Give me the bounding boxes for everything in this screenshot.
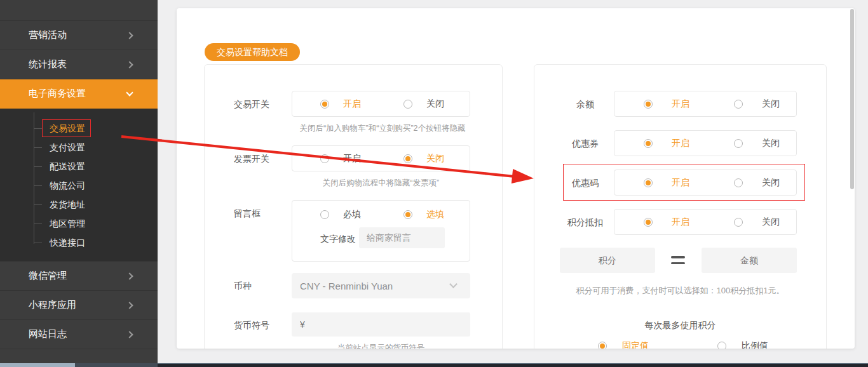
coupon-on-option[interactable]: 开启 (644, 138, 689, 149)
option-label: 开启 (343, 153, 361, 164)
sidebar-item-site-logs[interactable]: 网站日志 (0, 320, 158, 349)
message-required-option[interactable]: 必填 (320, 209, 361, 220)
max-points-title: 每次最多使用积分 (534, 320, 826, 331)
radio-on-icon[interactable] (644, 218, 653, 227)
submenu-item-payment-settings[interactable]: 支付设置 (0, 138, 158, 157)
chevron-right-icon (126, 272, 133, 279)
radio-off-icon[interactable] (734, 178, 743, 187)
currency-symbol-note: 当前站点显示的货币符号 (292, 343, 470, 349)
points-input[interactable] (560, 248, 655, 273)
points-deduct-off-option[interactable]: 关闭 (734, 217, 780, 228)
sidebar-item-marketing[interactable]: 营销活动 (0, 21, 158, 50)
message-optional-option[interactable]: 选填 (403, 209, 444, 220)
radio-on-icon[interactable] (320, 100, 329, 109)
submenu-item-shipping-address[interactable]: 发货地址 (0, 195, 158, 214)
option-label: 开启 (672, 177, 689, 189)
radio-off-icon[interactable] (734, 139, 743, 148)
radio-off-icon[interactable] (320, 210, 329, 219)
message-edit-label: 文字修改 (320, 234, 356, 245)
balance-on-option[interactable]: 开启 (644, 98, 689, 110)
option-label: 关闭 (426, 98, 444, 110)
balance-group: 开启 关闭 (614, 91, 797, 117)
sidebar-item-label: 营销活动 (29, 29, 67, 41)
points-deduct-on-option[interactable]: 开启 (644, 217, 689, 228)
invoice-switch-label: 发票开关 (234, 154, 269, 165)
promo-code-on-option[interactable]: 开启 (644, 177, 689, 189)
sidebar-item-label: 统计报表 (29, 58, 67, 70)
submenu-item-logistics-company[interactable]: 物流公司 (0, 176, 158, 195)
option-label: 关闭 (762, 177, 780, 189)
invoice-switch-off-option[interactable]: 关闭 (403, 153, 444, 164)
radio-on-icon[interactable] (403, 210, 412, 219)
equals-icon (671, 256, 685, 264)
sidebar-item-reports[interactable]: 统计报表 (0, 50, 158, 79)
balance-off-option[interactable]: 关闭 (734, 98, 780, 110)
sidebar-item-label: 微信管理 (29, 270, 67, 282)
option-label: 关闭 (426, 153, 444, 164)
currency-symbol-label: 货币符号 (234, 320, 269, 331)
trade-switch-off-option[interactable]: 关闭 (403, 98, 444, 110)
coupon-off-option[interactable]: 关闭 (734, 138, 780, 149)
sidebar-item-wechat[interactable]: 微信管理 (0, 262, 158, 291)
radio-off-icon[interactable] (734, 218, 743, 227)
chevron-right-icon (126, 302, 133, 309)
radio-on-icon[interactable] (598, 342, 607, 349)
chevron-right-icon (126, 331, 133, 338)
promo-code-off-option[interactable]: 关闭 (734, 177, 780, 189)
points-deduct-label: 积分抵扣 (547, 217, 623, 229)
taskbar-segment (0, 363, 75, 367)
currency-select[interactable]: CNY - Renminbi Yuan (292, 273, 470, 298)
option-label: 关闭 (762, 138, 780, 149)
promo-code-label: 优惠码 (547, 178, 623, 189)
radio-on-icon[interactable] (403, 154, 412, 163)
option-label: 开启 (672, 217, 689, 228)
vertical-scrollbar-thumb[interactable] (850, 9, 854, 189)
trade-switch-note: 关闭后“加入购物车”和“立刻购买”2个按钮将隐藏 (275, 123, 491, 134)
promo-code-group: 开启 关闭 (614, 170, 797, 196)
help-doc-button[interactable]: 交易设置帮助文档 (205, 43, 300, 61)
coupon-group: 开启 关闭 (614, 130, 797, 156)
option-label: 开启 (343, 98, 361, 110)
ecommerce-submenu: 交易设置 支付设置 配送设置 物流公司 发货地址 地区管理 快递接口 (0, 109, 158, 262)
submenu-item-express-api[interactable]: 快递接口 (0, 233, 158, 252)
chevron-down-icon (449, 280, 458, 288)
invoice-switch-note: 关闭后购物流程中将隐藏“发票项” (292, 178, 470, 189)
trade-switch-on-option[interactable]: 开启 (320, 98, 361, 110)
sidebar-bottom-spacer (0, 349, 158, 362)
submenu-item-region-management[interactable]: 地区管理 (0, 214, 158, 233)
trade-switch-group: 开启 关闭 (292, 91, 470, 117)
submenu-item-trade-settings[interactable]: 交易设置 (0, 119, 158, 138)
option-label: 关闭 (762, 217, 780, 228)
currency-symbol-input[interactable] (292, 312, 470, 337)
sidebar-item-label: 电子商务设置 (29, 88, 86, 100)
promo-settings-card: 余额 开启 关闭 优惠券 开启 关闭 优惠码 (534, 64, 827, 349)
radio-on-icon[interactable] (644, 100, 653, 109)
sidebar: 营销活动 统计报表 电子商务设置 交易设置 支付设置 配送设置 物流公司 发货地… (0, 0, 158, 363)
ratio-value-option[interactable]: 比例值 (717, 340, 768, 349)
taskbar-segment (75, 363, 158, 367)
radio-on-icon[interactable] (644, 178, 653, 187)
radio-off-icon[interactable] (320, 154, 329, 163)
option-label: 固定值 (622, 340, 649, 349)
option-label: 必填 (343, 209, 361, 220)
sidebar-item-miniprogram[interactable]: 小程序应用 (0, 291, 158, 320)
chevron-down-icon (126, 89, 133, 96)
main-panel: 交易设置帮助文档 交易开关 开启 关闭 关闭后“加入购物车”和“立刻购买”2个按… (177, 8, 855, 349)
amount-input[interactable] (702, 248, 797, 273)
invoice-switch-group: 开启 关闭 (292, 145, 470, 171)
radio-off-icon[interactable] (717, 342, 726, 349)
radio-off-icon[interactable] (734, 100, 743, 109)
invoice-switch-on-option[interactable]: 开启 (320, 153, 361, 164)
message-edit-input[interactable] (359, 227, 445, 248)
currency-label: 币种 (234, 281, 252, 292)
chevron-right-icon (126, 32, 133, 39)
balance-label: 余额 (547, 99, 623, 110)
submenu-item-delivery-settings[interactable]: 配送设置 (0, 157, 158, 176)
sidebar-item-ecommerce-settings[interactable]: 电子商务设置 (0, 79, 158, 109)
message-box-label: 留言框 (234, 208, 261, 220)
radio-on-icon[interactable] (644, 139, 653, 148)
points-rate-note: 积分可用于消费，支付时可以选择如：100积分抵扣1元。 (534, 285, 826, 297)
fixed-value-option[interactable]: 固定值 (598, 340, 649, 349)
radio-off-icon[interactable] (403, 100, 412, 109)
option-label: 比例值 (742, 340, 768, 349)
